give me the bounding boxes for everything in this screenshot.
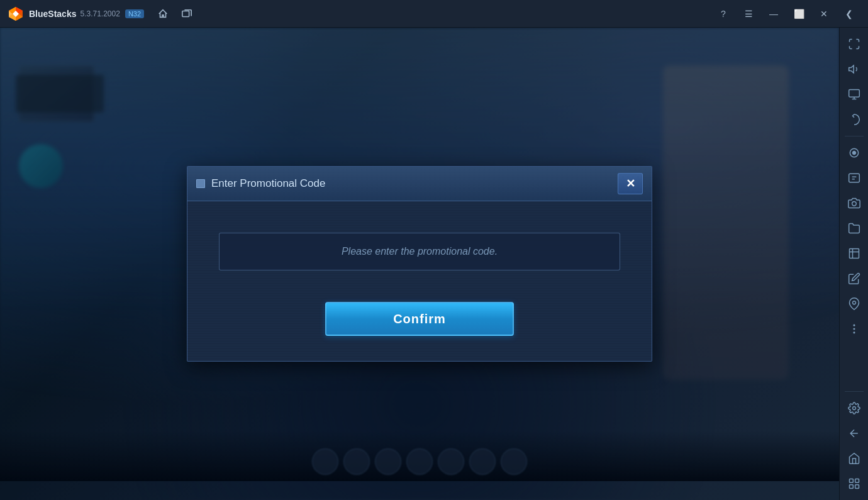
svg-rect-23 (855, 485, 859, 489)
back-button[interactable]: ❮ (838, 5, 860, 23)
svg-point-16 (854, 325, 855, 326)
app-name: BlueStacks (29, 9, 76, 19)
sidebar-recents-button[interactable] (843, 472, 865, 495)
location-button[interactable] (843, 292, 865, 315)
help-button[interactable]: ? (712, 5, 735, 23)
close-button[interactable]: ✕ (813, 5, 835, 23)
svg-point-13 (852, 202, 856, 206)
sidebar-divider-2 (845, 391, 864, 392)
home-nav-button[interactable] (154, 5, 172, 23)
dialog-close-button[interactable]: ✕ (618, 173, 643, 194)
display-button[interactable] (843, 83, 865, 106)
svg-point-19 (852, 407, 855, 410)
resize-button[interactable] (843, 242, 865, 265)
macro-button[interactable] (843, 167, 865, 189)
more-button[interactable] (843, 318, 865, 340)
svg-rect-22 (849, 485, 853, 489)
svg-rect-14 (849, 249, 859, 258)
promo-code-dialog: Enter Promotional Code ✕ Confirm (187, 166, 652, 362)
titlebar: BlueStacks 5.3.71.2002 N32 ? ☰ — ⬜ ✕ ❮ (0, 0, 868, 28)
promo-code-input[interactable] (219, 233, 620, 270)
version-label: 5.3.71.2002 (80, 9, 120, 18)
record-button[interactable] (843, 142, 865, 164)
sidebar-back-button[interactable] (843, 422, 865, 445)
right-sidebar (839, 28, 868, 500)
svg-point-11 (852, 152, 855, 155)
confirm-button[interactable]: Confirm (325, 302, 514, 336)
svg-point-18 (854, 332, 855, 333)
svg-rect-20 (849, 479, 853, 483)
dialog-title: Enter Promotional Code (211, 177, 325, 190)
modal-overlay: Enter Promotional Code ✕ Confirm (0, 28, 839, 500)
svg-point-17 (854, 328, 855, 330)
screenshot-button[interactable] (843, 192, 865, 214)
rotate-button[interactable] (843, 108, 865, 131)
dialog-title-icon (196, 179, 205, 188)
svg-rect-12 (849, 174, 859, 182)
svg-point-15 (852, 301, 855, 304)
sidebar-divider-1 (845, 136, 864, 136)
svg-rect-9 (849, 90, 859, 97)
promo-input-wrapper (219, 233, 620, 270)
multiinstance-button[interactable] (178, 5, 196, 23)
sidebar-home-button[interactable] (843, 447, 865, 470)
bluestacks-logo (8, 6, 24, 22)
svg-rect-8 (182, 11, 189, 16)
folder-button[interactable] (843, 217, 865, 240)
settings-button[interactable] (843, 397, 865, 419)
dialog-body: Confirm (187, 201, 652, 361)
maximize-button[interactable]: ⬜ (787, 5, 810, 23)
menu-button[interactable]: ☰ (737, 5, 760, 23)
main-area: Enter Promotional Code ✕ Confirm (0, 28, 868, 500)
fullscreen-button[interactable] (843, 33, 865, 55)
dialog-titlebar: Enter Promotional Code ✕ (187, 167, 652, 201)
dialog-title-left: Enter Promotional Code (196, 177, 325, 190)
edit-button[interactable] (843, 267, 865, 290)
minimize-button[interactable]: — (762, 5, 785, 23)
svg-rect-21 (855, 479, 859, 483)
game-area: Enter Promotional Code ✕ Confirm (0, 28, 839, 500)
volume-button[interactable] (843, 58, 865, 81)
build-badge: N32 (125, 9, 144, 18)
